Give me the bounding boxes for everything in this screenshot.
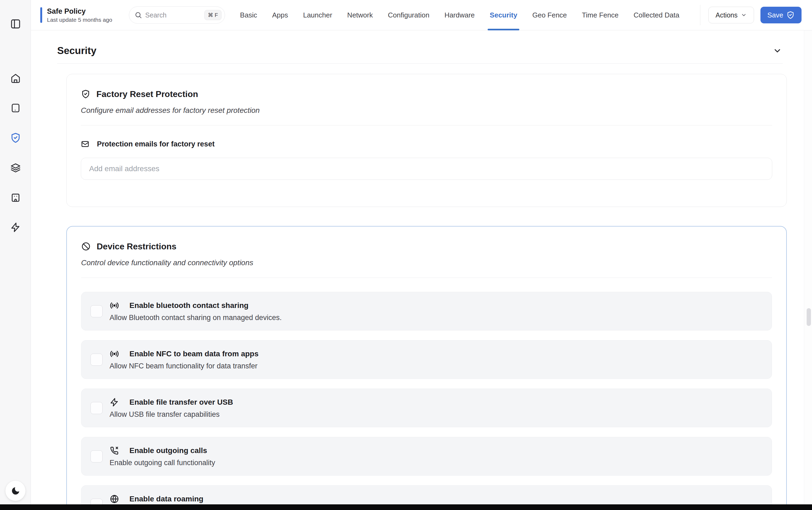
zap-icon [10, 222, 21, 232]
card-title: Factory Reset Protection [96, 89, 198, 99]
tab-collected-data[interactable]: Collected Data [633, 0, 679, 30]
top-bar-actions: Actions Save [700, 5, 802, 25]
chevron-down-icon [773, 46, 782, 55]
actions-button-label: Actions [716, 11, 738, 19]
mail-icon [81, 140, 89, 148]
top-bar-divider [700, 5, 700, 25]
main-content: Security Factory Reset Protection Config… [31, 30, 812, 510]
save-button[interactable]: Save [760, 7, 802, 23]
tab-apps[interactable]: Apps [272, 0, 288, 30]
tab-launcher[interactable]: Launcher [303, 0, 332, 30]
search-box[interactable]: ⌘ F [129, 6, 225, 24]
theme-toggle-button[interactable] [5, 481, 26, 501]
restriction-title: Enable file transfer over USB [129, 398, 233, 406]
restriction-options-list: Enable bluetooth contact sharing Allow B… [81, 292, 772, 510]
building-icon [10, 192, 21, 203]
card-divider [81, 278, 772, 278]
search-input[interactable] [145, 11, 201, 19]
sidebar-toggle-button[interactable] [10, 18, 21, 30]
option-row-bluetooth-contact-sharing[interactable]: Enable bluetooth contact sharing Allow B… [81, 292, 772, 331]
restriction-description: Allow NFC beam functionality for data tr… [110, 361, 259, 371]
moon-icon [11, 486, 21, 496]
search-shortcut-badge: ⌘ F [204, 10, 221, 20]
bluetooth-contact-sharing-checkbox[interactable] [90, 305, 102, 317]
tab-basic[interactable]: Basic [240, 0, 257, 30]
tab-configuration[interactable]: Configuration [388, 0, 429, 30]
tablet-device-icon [10, 103, 21, 113]
shield-check-icon [10, 133, 21, 143]
save-button-label: Save [768, 11, 783, 19]
outgoing-calls-checkbox[interactable] [90, 450, 102, 462]
tab-geo-fence[interactable]: Geo Fence [532, 0, 567, 30]
restriction-description: Enable outgoing call functionality [110, 458, 215, 467]
policy-title-block: Safe Policy Last update 5 months ago [47, 7, 112, 23]
search-icon [134, 11, 142, 19]
option-row-nfc-beam[interactable]: Enable NFC to beam data from apps Allow … [81, 340, 772, 379]
globe-icon [110, 494, 119, 504]
restriction-title: Enable outgoing calls [129, 446, 207, 455]
factory-reset-protection-card: Factory Reset Protection Configure email… [66, 74, 787, 207]
radio-waves-icon [110, 301, 119, 310]
zap-icon [110, 397, 119, 407]
bottom-edge-bar [0, 504, 812, 510]
sidebar-item-policies[interactable] [10, 132, 21, 143]
policy-name: Safe Policy [47, 7, 112, 16]
ban-icon [81, 242, 91, 251]
tab-time-fence[interactable]: Time Fence [582, 0, 619, 30]
tab-network[interactable]: Network [347, 0, 373, 30]
sidebar-item-groups[interactable] [10, 162, 21, 173]
sidebar-item-devices[interactable] [10, 103, 21, 114]
restriction-title: Enable data roaming [129, 495, 203, 503]
restriction-description: Allow Bluetooth contact sharing on manag… [110, 313, 282, 322]
policy-tabs: Basic Apps Launcher Network Configuratio… [240, 0, 679, 30]
sidebar-item-organization[interactable] [10, 192, 21, 203]
tab-hardware[interactable]: Hardware [444, 0, 475, 30]
page-title: Security [57, 45, 96, 56]
shield-check-icon [786, 11, 794, 19]
card-divider [81, 125, 772, 125]
card-subtitle: Control device functionality and connect… [81, 258, 772, 267]
policy-accent-bar [40, 7, 42, 23]
top-bar: Safe Policy Last update 5 months ago ⌘ F… [31, 0, 812, 30]
phone-x-icon [110, 446, 119, 455]
option-row-outgoing-calls[interactable]: Enable outgoing calls Enable outgoing ca… [81, 437, 772, 476]
chevron-down-icon [741, 12, 747, 18]
security-section-header: Security [57, 45, 783, 56]
sidebar [0, 0, 31, 510]
device-restrictions-card: Device Restrictions Control device funct… [66, 226, 787, 510]
tab-security[interactable]: Security [490, 0, 517, 30]
radio-waves-icon [110, 349, 119, 359]
layers-icon [10, 163, 21, 173]
email-field-label: Protection emails for factory reset [97, 140, 215, 148]
card-subtitle: Configure email addresses for factory re… [81, 106, 772, 115]
section-divider [57, 63, 783, 64]
option-row-usb-file-transfer[interactable]: Enable file transfer over USB Allow USB … [81, 389, 772, 427]
protection-emails-input[interactable] [81, 158, 772, 180]
section-collapse-button[interactable] [772, 46, 783, 56]
scrollbar-track [804, 30, 812, 510]
restriction-title: Enable bluetooth contact sharing [129, 301, 248, 310]
usb-file-transfer-checkbox[interactable] [90, 402, 102, 414]
restriction-description: Allow USB file transfer capabilities [110, 410, 233, 419]
restriction-title: Enable NFC to beam data from apps [129, 349, 259, 358]
actions-button[interactable]: Actions [709, 7, 754, 23]
card-title: Device Restrictions [97, 242, 176, 252]
panel-left-icon [10, 19, 21, 29]
home-icon [10, 73, 21, 83]
sidebar-item-automation[interactable] [10, 222, 21, 233]
scrollbar-thumb[interactable] [807, 308, 811, 326]
nfc-beam-checkbox[interactable] [90, 353, 102, 366]
sidebar-nav [0, 73, 31, 233]
shield-check-icon [81, 89, 90, 99]
sidebar-item-home[interactable] [10, 73, 21, 84]
policy-last-update: Last update 5 months ago [47, 17, 112, 23]
